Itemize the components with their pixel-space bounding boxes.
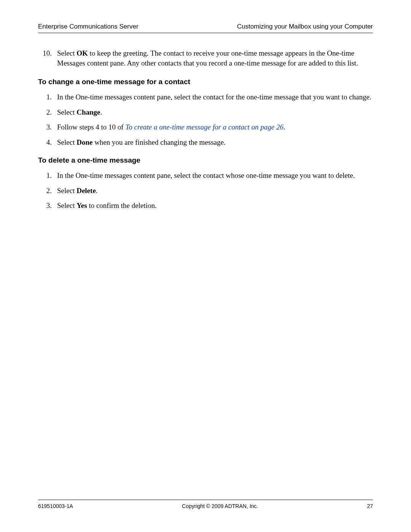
text-suffix: to keep the greeting. The contact to rec… (57, 49, 358, 67)
section-heading-delete: To delete a one-time message (38, 155, 373, 165)
list-item: 1. In the One-time messages content pane… (38, 171, 373, 181)
step-10: 10. Select OK to keep the greeting. The … (38, 48, 373, 68)
text-suffix: . (100, 108, 102, 116)
list-item: 2. Select Delete. (38, 186, 373, 196)
text-prefix: Follow steps 4 to 10 of (57, 123, 125, 131)
list-item: 2. Select Change. (38, 107, 373, 117)
page-footer: 619510003-1A Copyright © 2009 ADTRAN, In… (38, 500, 373, 509)
list-item: 1. In the One-time messages content pane… (38, 92, 373, 102)
list-item: 3. Select Yes to confirm the deletion. (38, 201, 373, 211)
list-change: 1. In the One-time messages content pane… (38, 92, 373, 147)
bold-word: Done (76, 138, 92, 146)
text-prefix: Select (57, 49, 76, 57)
item-text: In the One-time messages content pane, s… (57, 171, 373, 181)
bold-word: Delete (76, 187, 96, 195)
item-number: 4. (38, 137, 57, 147)
text-suffix: . (284, 123, 285, 131)
text-prefix: Select (57, 201, 76, 209)
section-heading-change: To change a one-time message for a conta… (38, 77, 373, 87)
item-number: 2. (38, 107, 57, 117)
list-item: 3. Follow steps 4 to 10 of To create a o… (38, 122, 373, 132)
item-number: 3. (38, 122, 57, 132)
step-number: 10. (38, 48, 57, 68)
item-number: 3. (38, 201, 57, 211)
bold-word: OK (76, 49, 88, 57)
item-text: In the One-time messages content pane, s… (57, 92, 373, 102)
header-left: Enterprise Communications Server (38, 23, 139, 30)
item-text: Select Done when you are finished changi… (57, 137, 373, 147)
page-header: Enterprise Communications Server Customi… (38, 23, 373, 33)
text-suffix: . (96, 187, 98, 195)
text-suffix: to confirm the deletion. (87, 201, 157, 209)
document-page: Enterprise Communications Server Customi… (0, 0, 411, 532)
text-prefix: Select (57, 138, 76, 146)
bold-word: Yes (76, 201, 87, 209)
item-number: 1. (38, 92, 57, 102)
footer-copyright: Copyright © 2009 ADTRAN, Inc. (182, 503, 258, 509)
item-text: Follow steps 4 to 10 of To create a one-… (57, 122, 373, 132)
footer-doc-id: 619510003-1A (38, 503, 73, 509)
list-item: 4. Select Done when you are finished cha… (38, 137, 373, 147)
text-prefix: Select (57, 108, 76, 116)
item-number: 1. (38, 171, 57, 181)
item-text: Select Change. (57, 107, 373, 117)
text-prefix: Select (57, 187, 76, 195)
cross-reference-link[interactable]: To create a one-time message for a conta… (125, 123, 283, 131)
item-number: 2. (38, 186, 57, 196)
text-suffix: when you are finished changing the messa… (92, 138, 225, 146)
item-text: Select Yes to confirm the deletion. (57, 201, 373, 211)
step-text: Select OK to keep the greeting. The cont… (57, 48, 373, 68)
bold-word: Change (76, 108, 100, 116)
list-delete: 1. In the One-time messages content pane… (38, 171, 373, 211)
header-right: Customizing your Mailbox using your Comp… (237, 23, 373, 30)
page-content: 10. Select OK to keep the greeting. The … (38, 48, 373, 211)
item-text: Select Delete. (57, 186, 373, 196)
footer-page-number: 27 (367, 503, 373, 509)
